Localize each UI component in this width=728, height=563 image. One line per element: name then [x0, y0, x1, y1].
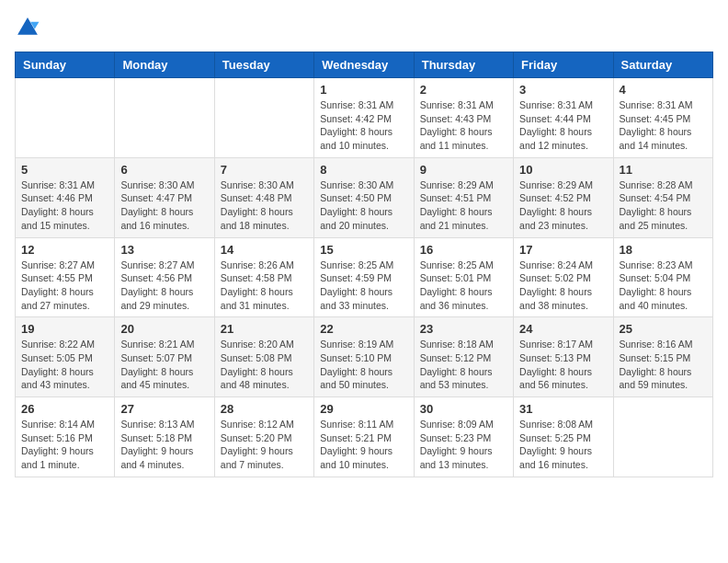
- day-number: 21: [221, 322, 308, 336]
- day-info: Sunrise: 8:28 AM Sunset: 4:54 PM Dayligh…: [620, 178, 707, 233]
- day-number: 27: [120, 402, 208, 416]
- day-number: 1: [320, 83, 407, 97]
- day-of-week-header: Thursday: [414, 52, 513, 78]
- day-info: Sunrise: 8:17 AM Sunset: 5:13 PM Dayligh…: [519, 338, 607, 392]
- day-number: 13: [120, 243, 208, 257]
- day-number: 6: [120, 163, 208, 177]
- day-info: Sunrise: 8:13 AM Sunset: 5:18 PM Dayligh…: [120, 418, 208, 472]
- page-header: [15, 15, 713, 40]
- calendar-cell: 31Sunrise: 8:08 AM Sunset: 5:25 PM Dayli…: [514, 397, 613, 477]
- calendar-cell: 5Sunrise: 8:31 AM Sunset: 4:46 PM Daylig…: [16, 157, 115, 237]
- day-info: Sunrise: 8:25 AM Sunset: 5:01 PM Dayligh…: [420, 259, 507, 313]
- calendar-cell: 21Sunrise: 8:20 AM Sunset: 5:08 PM Dayli…: [214, 317, 313, 397]
- calendar-cell: 3Sunrise: 8:31 AM Sunset: 4:44 PM Daylig…: [514, 78, 613, 158]
- day-info: Sunrise: 8:31 AM Sunset: 4:46 PM Dayligh…: [21, 178, 108, 233]
- calendar-cell: 14Sunrise: 8:26 AM Sunset: 4:58 PM Dayli…: [214, 237, 313, 317]
- calendar-cell: 17Sunrise: 8:24 AM Sunset: 5:02 PM Dayli…: [514, 237, 613, 317]
- calendar-cell: 25Sunrise: 8:16 AM Sunset: 5:15 PM Dayli…: [613, 317, 712, 397]
- day-number: 14: [221, 243, 308, 257]
- day-info: Sunrise: 8:24 AM Sunset: 5:02 PM Dayligh…: [519, 259, 607, 313]
- day-info: Sunrise: 8:30 AM Sunset: 4:48 PM Dayligh…: [221, 178, 308, 233]
- calendar-cell: 2Sunrise: 8:31 AM Sunset: 4:43 PM Daylig…: [414, 78, 513, 158]
- day-info: Sunrise: 8:25 AM Sunset: 4:59 PM Dayligh…: [320, 259, 407, 313]
- day-number: 29: [320, 402, 407, 416]
- day-info: Sunrise: 8:20 AM Sunset: 5:08 PM Dayligh…: [221, 338, 308, 392]
- day-number: 18: [620, 243, 707, 257]
- day-number: 11: [620, 163, 707, 177]
- day-number: 23: [420, 322, 507, 336]
- day-info: Sunrise: 8:12 AM Sunset: 5:20 PM Dayligh…: [221, 418, 308, 472]
- day-info: Sunrise: 8:14 AM Sunset: 5:16 PM Dayligh…: [21, 418, 108, 472]
- day-info: Sunrise: 8:29 AM Sunset: 4:51 PM Dayligh…: [420, 178, 507, 233]
- day-info: Sunrise: 8:31 AM Sunset: 4:44 PM Dayligh…: [519, 98, 607, 153]
- calendar-week-row: 26Sunrise: 8:14 AM Sunset: 5:16 PM Dayli…: [16, 397, 713, 477]
- calendar-table: SundayMondayTuesdayWednesdayThursdayFrid…: [15, 52, 713, 477]
- day-number: 31: [519, 402, 607, 416]
- day-of-week-header: Tuesday: [214, 52, 313, 78]
- calendar-cell: 26Sunrise: 8:14 AM Sunset: 5:16 PM Dayli…: [16, 397, 115, 477]
- day-number: 17: [519, 243, 607, 257]
- day-info: Sunrise: 8:30 AM Sunset: 4:50 PM Dayligh…: [320, 178, 407, 233]
- day-number: 25: [620, 322, 707, 336]
- calendar-cell: 1Sunrise: 8:31 AM Sunset: 4:42 PM Daylig…: [314, 78, 414, 158]
- calendar-cell: 23Sunrise: 8:18 AM Sunset: 5:12 PM Dayli…: [414, 317, 513, 397]
- day-of-week-header: Monday: [115, 52, 214, 78]
- day-info: Sunrise: 8:31 AM Sunset: 4:45 PM Dayligh…: [620, 98, 707, 153]
- calendar-cell: 30Sunrise: 8:09 AM Sunset: 5:23 PM Dayli…: [414, 397, 513, 477]
- day-of-week-header: Sunday: [16, 52, 115, 78]
- day-number: 30: [420, 402, 507, 416]
- calendar-cell: [115, 78, 214, 158]
- day-number: 22: [320, 322, 407, 336]
- day-number: 24: [519, 322, 607, 336]
- calendar-cell: 11Sunrise: 8:28 AM Sunset: 4:54 PM Dayli…: [613, 157, 712, 237]
- day-info: Sunrise: 8:23 AM Sunset: 5:04 PM Dayligh…: [620, 259, 707, 313]
- calendar-cell: 6Sunrise: 8:30 AM Sunset: 4:47 PM Daylig…: [115, 157, 214, 237]
- day-number: 9: [420, 163, 507, 177]
- calendar-cell: 7Sunrise: 8:30 AM Sunset: 4:48 PM Daylig…: [214, 157, 313, 237]
- day-info: Sunrise: 8:18 AM Sunset: 5:12 PM Dayligh…: [420, 338, 507, 392]
- calendar-week-row: 5Sunrise: 8:31 AM Sunset: 4:46 PM Daylig…: [16, 157, 713, 237]
- calendar-cell: 24Sunrise: 8:17 AM Sunset: 5:13 PM Dayli…: [514, 317, 613, 397]
- calendar-cell: 8Sunrise: 8:30 AM Sunset: 4:50 PM Daylig…: [314, 157, 414, 237]
- day-number: 28: [221, 402, 308, 416]
- calendar-cell: 16Sunrise: 8:25 AM Sunset: 5:01 PM Dayli…: [414, 237, 513, 317]
- day-number: 12: [21, 243, 108, 257]
- day-info: Sunrise: 8:27 AM Sunset: 4:56 PM Dayligh…: [120, 259, 208, 313]
- calendar-cell: 19Sunrise: 8:22 AM Sunset: 5:05 PM Dayli…: [16, 317, 115, 397]
- logo: [15, 15, 44, 40]
- day-info: Sunrise: 8:22 AM Sunset: 5:05 PM Dayligh…: [21, 338, 108, 392]
- calendar-week-row: 1Sunrise: 8:31 AM Sunset: 4:42 PM Daylig…: [16, 78, 713, 158]
- calendar-cell: 28Sunrise: 8:12 AM Sunset: 5:20 PM Dayli…: [214, 397, 313, 477]
- day-number: 8: [320, 163, 407, 177]
- day-number: 19: [21, 322, 108, 336]
- calendar-cell: 9Sunrise: 8:29 AM Sunset: 4:51 PM Daylig…: [414, 157, 513, 237]
- day-number: 7: [221, 163, 308, 177]
- day-info: Sunrise: 8:19 AM Sunset: 5:10 PM Dayligh…: [320, 338, 407, 392]
- calendar-header-row: SundayMondayTuesdayWednesdayThursdayFrid…: [16, 52, 713, 78]
- day-number: 3: [519, 83, 607, 97]
- day-info: Sunrise: 8:30 AM Sunset: 4:47 PM Dayligh…: [120, 178, 208, 233]
- day-number: 20: [120, 322, 208, 336]
- day-info: Sunrise: 8:11 AM Sunset: 5:21 PM Dayligh…: [320, 418, 407, 472]
- day-info: Sunrise: 8:31 AM Sunset: 4:42 PM Dayligh…: [320, 98, 407, 153]
- calendar-cell: 13Sunrise: 8:27 AM Sunset: 4:56 PM Dayli…: [115, 237, 214, 317]
- calendar-cell: 15Sunrise: 8:25 AM Sunset: 4:59 PM Dayli…: [314, 237, 414, 317]
- day-info: Sunrise: 8:29 AM Sunset: 4:52 PM Dayligh…: [519, 178, 607, 233]
- day-of-week-header: Friday: [514, 52, 613, 78]
- calendar-cell: [613, 397, 712, 477]
- calendar-week-row: 12Sunrise: 8:27 AM Sunset: 4:55 PM Dayli…: [16, 237, 713, 317]
- day-number: 15: [320, 243, 407, 257]
- day-info: Sunrise: 8:21 AM Sunset: 5:07 PM Dayligh…: [120, 338, 208, 392]
- day-info: Sunrise: 8:09 AM Sunset: 5:23 PM Dayligh…: [420, 418, 507, 472]
- day-of-week-header: Saturday: [613, 52, 712, 78]
- day-number: 16: [420, 243, 507, 257]
- calendar-cell: 18Sunrise: 8:23 AM Sunset: 5:04 PM Dayli…: [613, 237, 712, 317]
- calendar-week-row: 19Sunrise: 8:22 AM Sunset: 5:05 PM Dayli…: [16, 317, 713, 397]
- calendar-cell: [214, 78, 313, 158]
- calendar-cell: 12Sunrise: 8:27 AM Sunset: 4:55 PM Dayli…: [16, 237, 115, 317]
- day-number: 26: [21, 402, 108, 416]
- day-number: 2: [420, 83, 507, 97]
- day-info: Sunrise: 8:08 AM Sunset: 5:25 PM Dayligh…: [519, 418, 607, 472]
- calendar-cell: 27Sunrise: 8:13 AM Sunset: 5:18 PM Dayli…: [115, 397, 214, 477]
- day-of-week-header: Wednesday: [314, 52, 414, 78]
